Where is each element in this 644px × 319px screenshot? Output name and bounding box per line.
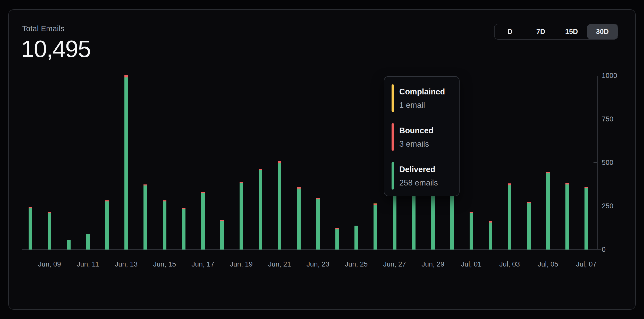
bar-jun-20[interactable] — [259, 169, 262, 250]
y-tick-1000: 1000 — [602, 72, 625, 79]
bar-segment-delivered — [29, 208, 32, 250]
bar-jun-26[interactable] — [374, 203, 377, 250]
x-tick-jun-11: Jun, 11 — [77, 260, 99, 268]
dashboard-page: Total Emails 10,495 D7D15D30D 0250500750… — [0, 0, 644, 319]
x-tick-jun-21: Jun, 21 — [268, 260, 291, 268]
x-tick-jun-25: Jun, 25 — [345, 260, 368, 268]
tooltip-row-complained: Complained1 email — [392, 84, 452, 112]
range-option-30d[interactable]: 30D — [587, 24, 618, 39]
x-tick-jul-05: Jul, 05 — [538, 260, 558, 268]
bar-segment-delivered — [565, 184, 569, 250]
bar-segment-delivered — [201, 193, 205, 250]
bar-segment-delivered — [259, 170, 262, 250]
bar-segment-delivered — [584, 188, 588, 250]
bar-jul-03[interactable] — [508, 183, 511, 250]
tooltip-row-bounced: Bounced3 emails — [392, 123, 452, 151]
bar-jun-14[interactable] — [143, 184, 147, 250]
bar-jun-21[interactable] — [278, 161, 281, 250]
bar-jul-05[interactable] — [546, 172, 550, 250]
bar-segment-delivered — [48, 213, 51, 250]
range-option-7d[interactable]: 7D — [526, 24, 556, 39]
bar-jun-17[interactable] — [201, 192, 205, 250]
bar-jun-10[interactable] — [67, 240, 71, 250]
bar-segment-delivered — [278, 163, 281, 250]
bar-segment-delivered — [86, 234, 90, 250]
metric-label: Total Emails — [22, 24, 64, 33]
bar-jun-19[interactable] — [240, 182, 243, 250]
bar-jun-23[interactable] — [316, 198, 320, 250]
range-option-d[interactable]: D — [495, 24, 526, 39]
bar-segment-delivered — [374, 205, 377, 250]
y-axis-line — [597, 76, 598, 250]
bar-segment-delivered — [163, 201, 166, 250]
x-tick-jun-27: Jun, 27 — [383, 260, 406, 268]
chart-tooltip: Complained1 emailBounced3 emailsDelivere… — [384, 76, 460, 196]
bar-segment-delivered — [124, 77, 128, 250]
bar-jun-18[interactable] — [220, 220, 224, 250]
tooltip-value-delivered: 258 emails — [399, 176, 438, 189]
range-selector: D7D15D30D — [494, 24, 618, 40]
tooltip-label-delivered: Delivered — [399, 163, 438, 176]
bar-jun-22[interactable] — [297, 187, 301, 250]
x-tick-jun-13: Jun, 13 — [115, 260, 138, 268]
x-tick-jun-09: Jun, 09 — [38, 260, 61, 268]
bar-segment-delivered — [143, 185, 147, 250]
y-tick-250: 250 — [602, 202, 625, 210]
bar-segment-delivered — [546, 173, 550, 250]
x-tick-jul-03: Jul, 03 — [499, 260, 520, 268]
bar-jul-02[interactable] — [489, 221, 492, 250]
tooltip-label-bounced: Bounced — [399, 124, 434, 138]
bar-segment-delivered — [335, 229, 339, 250]
bar-jun-13[interactable] — [124, 75, 128, 250]
x-tick-jun-29: Jun, 29 — [421, 260, 444, 268]
x-tick-jun-17: Jun, 17 — [191, 260, 214, 268]
bar-segment-delivered — [527, 203, 531, 250]
x-tick-jul-07: Jul, 07 — [576, 260, 597, 268]
bar-segment-delivered — [489, 223, 492, 250]
bar-segment-delivered — [297, 189, 301, 250]
x-tick-jun-19: Jun, 19 — [230, 260, 253, 268]
bar-segment-delivered — [354, 226, 358, 250]
tooltip-indicator-complained — [392, 84, 394, 112]
bar-jul-06[interactable] — [565, 183, 569, 250]
tooltip-row-delivered: Delivered258 emails — [392, 162, 452, 190]
bar-segment-bounced — [278, 161, 281, 163]
bar-jun-12[interactable] — [105, 200, 109, 250]
bar-segment-delivered — [508, 185, 511, 250]
bar-segment-delivered — [105, 201, 109, 250]
bar-segment-delivered — [240, 183, 243, 250]
range-option-15d[interactable]: 15D — [556, 24, 587, 39]
tooltip-indicator-delivered — [392, 162, 394, 190]
bar-jun-08[interactable] — [29, 207, 32, 250]
y-tick-0: 0 — [602, 246, 625, 253]
bar-jun-15[interactable] — [163, 200, 166, 250]
tooltip-value-complained: 1 email — [399, 99, 445, 112]
bar-segment-delivered — [182, 209, 185, 250]
bar-segment-delivered — [220, 221, 224, 250]
tooltip-indicator-bounced — [392, 123, 394, 151]
bar-segment-delivered — [316, 199, 320, 250]
x-tick-jun-23: Jun, 23 — [307, 260, 329, 268]
x-tick-jun-15: Jun, 15 — [153, 260, 176, 268]
tooltip-label-complained: Complained — [399, 85, 445, 99]
bar-segment-delivered — [470, 213, 473, 250]
bar-segment-bounced — [124, 75, 128, 77]
bar-jul-07[interactable] — [584, 187, 588, 250]
bar-segment-delivered — [67, 240, 71, 250]
y-tick-750: 750 — [602, 115, 625, 123]
y-tick-mark-250 — [594, 206, 597, 206]
bar-jul-01[interactable] — [470, 212, 473, 250]
bar-jun-11[interactable] — [86, 234, 90, 250]
tooltip-value-bounced: 3 emails — [399, 138, 434, 150]
y-tick-500: 500 — [602, 159, 625, 166]
x-tick-jul-01: Jul, 01 — [461, 260, 482, 268]
metric-value: 10,495 — [21, 36, 90, 63]
y-tick-mark-500 — [594, 162, 597, 163]
y-tick-mark-750 — [594, 119, 597, 119]
bar-jun-25[interactable] — [354, 226, 358, 250]
bar-jun-09[interactable] — [48, 212, 51, 250]
bar-jul-04[interactable] — [527, 202, 531, 250]
bar-jun-24[interactable] — [335, 228, 339, 250]
bar-jun-16[interactable] — [182, 208, 185, 250]
